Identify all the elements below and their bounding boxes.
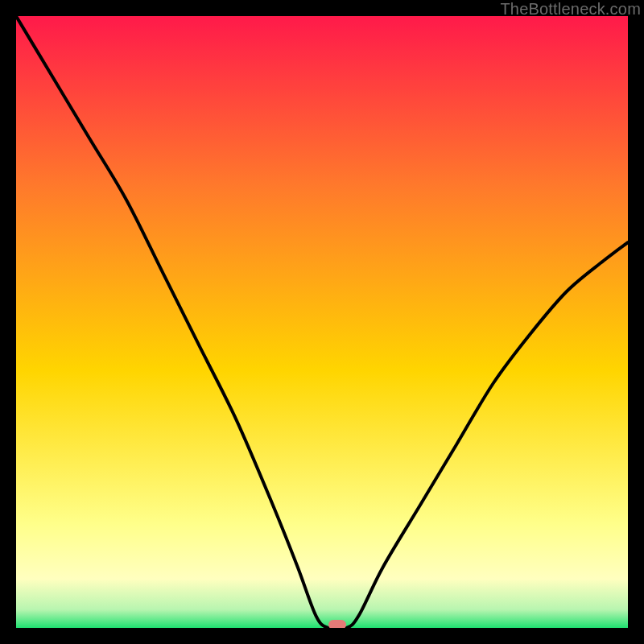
chart-stage: TheBottleneck.com xyxy=(0,0,644,644)
plot-area xyxy=(16,16,628,628)
balance-marker xyxy=(328,620,346,628)
bottleneck-curve xyxy=(16,16,628,628)
